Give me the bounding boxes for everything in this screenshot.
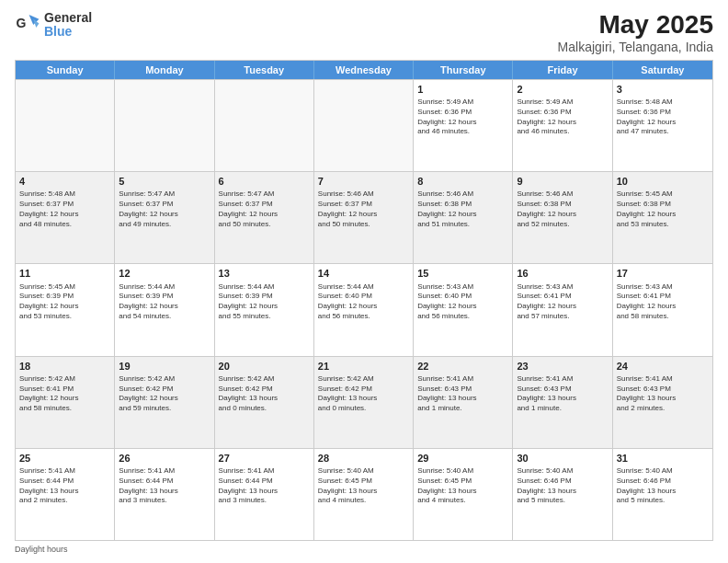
calendar-day-30: 30Sunrise: 5:40 AM Sunset: 6:46 PM Dayli…: [513, 449, 612, 540]
day-info: Sunrise: 5:49 AM Sunset: 6:36 PM Dayligh…: [517, 98, 608, 137]
day-number: 1: [417, 83, 508, 96]
day-info: Sunrise: 5:40 AM Sunset: 6:46 PM Dayligh…: [617, 466, 709, 506]
day-number: 7: [318, 175, 409, 188]
calendar-day-1: 1Sunrise: 5:49 AM Sunset: 6:36 PM Daylig…: [414, 80, 513, 171]
location-subtitle: Malkajgiri, Telangana, India: [558, 40, 713, 54]
day-info: Sunrise: 5:41 AM Sunset: 6:44 PM Dayligh…: [119, 466, 210, 506]
day-info: Sunrise: 5:42 AM Sunset: 6:42 PM Dayligh…: [119, 374, 210, 414]
calendar-row-2: 11Sunrise: 5:45 AM Sunset: 6:39 PM Dayli…: [16, 263, 712, 355]
day-info: Sunrise: 5:49 AM Sunset: 6:36 PM Dayligh…: [417, 98, 508, 137]
calendar-day-6: 6Sunrise: 5:47 AM Sunset: 6:37 PM Daylig…: [215, 172, 314, 263]
day-info: Sunrise: 5:47 AM Sunset: 6:37 PM Dayligh…: [219, 190, 310, 229]
calendar-header: SundayMondayTuesdayWednesdayThursdayFrid…: [16, 61, 712, 79]
calendar-day-10: 10Sunrise: 5:45 AM Sunset: 6:38 PM Dayli…: [613, 172, 712, 263]
day-number: 28: [318, 452, 409, 465]
calendar-day-29: 29Sunrise: 5:40 AM Sunset: 6:45 PM Dayli…: [414, 449, 513, 540]
day-info: Sunrise: 5:44 AM Sunset: 6:39 PM Dayligh…: [219, 282, 310, 322]
calendar-day-2: 2Sunrise: 5:49 AM Sunset: 6:36 PM Daylig…: [513, 80, 612, 171]
calendar-day-5: 5Sunrise: 5:47 AM Sunset: 6:37 PM Daylig…: [115, 172, 214, 263]
day-number: 27: [219, 452, 310, 465]
day-info: Sunrise: 5:41 AM Sunset: 6:44 PM Dayligh…: [219, 466, 310, 506]
header-day-wednesday: Wednesday: [314, 61, 414, 79]
day-number: 26: [119, 452, 210, 465]
day-info: Sunrise: 5:43 AM Sunset: 6:41 PM Dayligh…: [517, 282, 608, 322]
footer-note: Daylight hours: [15, 545, 713, 554]
day-number: 15: [417, 267, 508, 280]
logo: G General Blue: [15, 11, 92, 40]
calendar-day-18: 18Sunrise: 5:42 AM Sunset: 6:41 PM Dayli…: [16, 357, 115, 448]
calendar-day-11: 11Sunrise: 5:45 AM Sunset: 6:39 PM Dayli…: [16, 264, 115, 355]
day-number: 5: [119, 175, 210, 188]
day-number: 11: [19, 267, 110, 280]
header-day-monday: Monday: [115, 61, 214, 79]
calendar-row-3: 18Sunrise: 5:42 AM Sunset: 6:41 PM Dayli…: [16, 356, 712, 448]
calendar-day-7: 7Sunrise: 5:46 AM Sunset: 6:37 PM Daylig…: [314, 172, 414, 263]
day-number: 4: [19, 175, 110, 188]
day-number: 6: [219, 175, 310, 188]
day-info: Sunrise: 5:46 AM Sunset: 6:38 PM Dayligh…: [417, 190, 508, 229]
day-info: Sunrise: 5:42 AM Sunset: 6:42 PM Dayligh…: [318, 374, 409, 414]
header-day-sunday: Sunday: [16, 61, 115, 79]
calendar-empty-0-2: [215, 80, 314, 171]
page-header: G General Blue May 2025 Malkajgiri, Tela…: [15, 11, 713, 54]
day-info: Sunrise: 5:40 AM Sunset: 6:46 PM Dayligh…: [517, 466, 608, 506]
day-info: Sunrise: 5:45 AM Sunset: 6:38 PM Dayligh…: [617, 190, 709, 229]
day-number: 30: [517, 452, 608, 465]
day-number: 2: [517, 83, 608, 96]
calendar-day-12: 12Sunrise: 5:44 AM Sunset: 6:39 PM Dayli…: [115, 264, 214, 355]
day-number: 9: [517, 175, 608, 188]
day-number: 23: [517, 360, 608, 373]
calendar-day-4: 4Sunrise: 5:48 AM Sunset: 6:37 PM Daylig…: [16, 172, 115, 263]
calendar-body: 1Sunrise: 5:49 AM Sunset: 6:36 PM Daylig…: [16, 79, 712, 540]
day-number: 22: [417, 360, 508, 373]
calendar-day-9: 9Sunrise: 5:46 AM Sunset: 6:38 PM Daylig…: [513, 172, 612, 263]
day-number: 17: [617, 267, 709, 280]
calendar-day-26: 26Sunrise: 5:41 AM Sunset: 6:44 PM Dayli…: [115, 449, 214, 540]
day-number: 8: [417, 175, 508, 188]
day-info: Sunrise: 5:48 AM Sunset: 6:36 PM Dayligh…: [617, 98, 709, 137]
calendar-day-22: 22Sunrise: 5:41 AM Sunset: 6:43 PM Dayli…: [414, 357, 513, 448]
day-info: Sunrise: 5:48 AM Sunset: 6:37 PM Dayligh…: [19, 190, 110, 229]
header-day-thursday: Thursday: [414, 61, 513, 79]
day-info: Sunrise: 5:41 AM Sunset: 6:43 PM Dayligh…: [617, 374, 709, 414]
calendar-day-17: 17Sunrise: 5:43 AM Sunset: 6:41 PM Dayli…: [613, 264, 712, 355]
day-info: Sunrise: 5:43 AM Sunset: 6:41 PM Dayligh…: [617, 282, 709, 322]
calendar-day-21: 21Sunrise: 5:42 AM Sunset: 6:42 PM Dayli…: [314, 357, 414, 448]
calendar-day-14: 14Sunrise: 5:44 AM Sunset: 6:40 PM Dayli…: [314, 264, 414, 355]
logo-text: General Blue: [44, 11, 92, 40]
day-info: Sunrise: 5:44 AM Sunset: 6:39 PM Dayligh…: [119, 282, 210, 322]
day-number: 29: [417, 452, 508, 465]
day-info: Sunrise: 5:41 AM Sunset: 6:43 PM Dayligh…: [417, 374, 508, 414]
svg-text:G: G: [17, 17, 27, 31]
day-number: 3: [617, 83, 709, 96]
calendar-day-25: 25Sunrise: 5:41 AM Sunset: 6:44 PM Dayli…: [16, 449, 115, 540]
day-number: 13: [219, 267, 310, 280]
title-block: May 2025 Malkajgiri, Telangana, India: [558, 11, 713, 54]
day-number: 18: [19, 360, 110, 373]
calendar-day-28: 28Sunrise: 5:40 AM Sunset: 6:45 PM Dayli…: [314, 449, 414, 540]
calendar-day-3: 3Sunrise: 5:48 AM Sunset: 6:36 PM Daylig…: [613, 80, 712, 171]
calendar-row-1: 4Sunrise: 5:48 AM Sunset: 6:37 PM Daylig…: [16, 171, 712, 263]
day-info: Sunrise: 5:46 AM Sunset: 6:37 PM Dayligh…: [318, 190, 409, 229]
day-number: 25: [19, 452, 110, 465]
calendar-day-23: 23Sunrise: 5:41 AM Sunset: 6:43 PM Dayli…: [513, 357, 612, 448]
calendar-day-16: 16Sunrise: 5:43 AM Sunset: 6:41 PM Dayli…: [513, 264, 612, 355]
calendar-empty-0-0: [16, 80, 115, 171]
day-info: Sunrise: 5:42 AM Sunset: 6:41 PM Dayligh…: [19, 374, 110, 414]
calendar-empty-0-3: [314, 80, 414, 171]
calendar-day-31: 31Sunrise: 5:40 AM Sunset: 6:46 PM Dayli…: [613, 449, 712, 540]
day-number: 20: [219, 360, 310, 373]
month-title: May 2025: [558, 11, 713, 40]
calendar-day-20: 20Sunrise: 5:42 AM Sunset: 6:42 PM Dayli…: [215, 357, 314, 448]
day-number: 10: [617, 175, 709, 188]
day-info: Sunrise: 5:40 AM Sunset: 6:45 PM Dayligh…: [417, 466, 508, 506]
day-number: 21: [318, 360, 409, 373]
day-number: 19: [119, 360, 210, 373]
calendar-day-24: 24Sunrise: 5:41 AM Sunset: 6:43 PM Dayli…: [613, 357, 712, 448]
calendar: SundayMondayTuesdayWednesdayThursdayFrid…: [15, 60, 713, 541]
calendar-day-8: 8Sunrise: 5:46 AM Sunset: 6:38 PM Daylig…: [414, 172, 513, 263]
calendar-row-0: 1Sunrise: 5:49 AM Sunset: 6:36 PM Daylig…: [16, 79, 712, 171]
day-info: Sunrise: 5:43 AM Sunset: 6:40 PM Dayligh…: [417, 282, 508, 322]
header-day-tuesday: Tuesday: [215, 61, 314, 79]
day-info: Sunrise: 5:44 AM Sunset: 6:40 PM Dayligh…: [318, 282, 409, 322]
